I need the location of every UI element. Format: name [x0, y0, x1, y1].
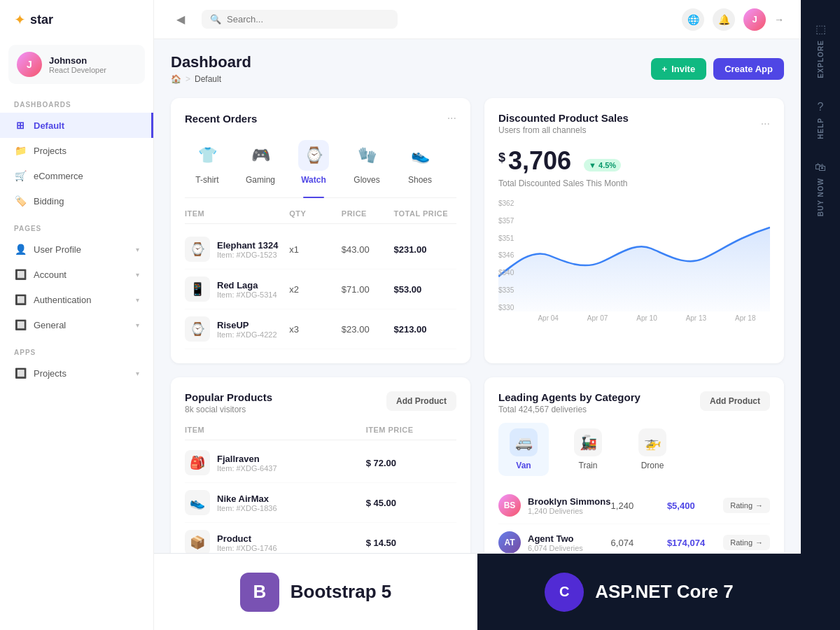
aspnet-logo: C — [545, 573, 584, 612]
cat-tab-watch[interactable]: ⌚ Watch — [291, 136, 336, 189]
aspnet-overlay: C ASP.NET Core 7 — [477, 554, 801, 630]
breadcrumb: 🏠 > Default — [171, 74, 251, 84]
cat-tab-shoes[interactable]: 👟 Shoes — [398, 136, 442, 189]
logo-text: star — [30, 13, 53, 27]
explore-sidebar-item[interactable]: ⬚ Explore — [801, 11, 840, 90]
cat-tab-gaming[interactable]: 🎮 Gaming — [238, 136, 283, 189]
chevron-down-icon: ▾ — [136, 271, 139, 279]
item-icon: ⌚ — [185, 237, 210, 262]
sidebar-item-account[interactable]: 🔲 Account ▾ — [0, 262, 153, 287]
rating-button[interactable]: Rating → — [723, 498, 770, 513]
prod-icon: 🎒 — [185, 450, 210, 475]
create-app-button[interactable]: Create App — [713, 58, 784, 80]
rating-button[interactable]: Rating → — [723, 535, 770, 550]
add-product-button[interactable]: Add Product — [386, 391, 456, 411]
agent-avatar: BS — [498, 494, 521, 517]
leading-agents-subtitle: Total 424,567 deliveries — [498, 405, 640, 414]
chevron-down-icon: ▾ — [136, 370, 139, 377]
topbar-arrow-icon[interactable]: → — [774, 14, 784, 25]
card-menu-icon[interactable]: ··· — [447, 112, 456, 125]
cat-label: Shoes — [408, 175, 432, 185]
search-icon: 🔍 — [210, 14, 221, 24]
discounted-sales-subtitle: Users from all channels — [498, 125, 629, 135]
orders-table: ITEM QTY PRICE TOTAL PRICE ⌚ Elephant 13… — [185, 209, 456, 349]
bell-icon[interactable]: 🔔 — [713, 8, 735, 31]
item-price: $23.00 — [342, 324, 394, 335]
apps-projects-icon: 🔲 — [14, 367, 27, 379]
agent-tab-van[interactable]: 🚐 Van — [498, 423, 549, 476]
item-qty: x3 — [289, 324, 342, 335]
item-id: Item: #XDG-4222 — [217, 330, 277, 339]
prod-table-header: ITEM ITEM PRICE — [185, 426, 456, 440]
avatar: J — [17, 52, 42, 77]
recent-orders-card: Recent Orders ··· 👕 T-shirt 🎮 Gaming ⌚ — [171, 98, 470, 363]
sidebar-item-projects[interactable]: 📁 Projects — [0, 138, 153, 163]
dashboards-section-label: DASHBOARDS — [0, 90, 153, 113]
discounted-sales-title: Discounted Product Sales — [498, 112, 629, 124]
pages-section-label: PAGES — [0, 214, 153, 237]
shoes-icon: 👟 — [405, 140, 435, 171]
cat-tab-tshirt[interactable]: 👕 T-shirt — [185, 136, 230, 189]
search-input[interactable] — [227, 14, 389, 24]
gaming-icon: 🎮 — [245, 140, 276, 171]
chevron-down-icon: ▾ — [136, 246, 139, 253]
user-profile-card[interactable]: J Johnson React Developer — [8, 45, 145, 84]
prod-price: $ 72.00 — [366, 458, 456, 468]
prod-row: 👟 Nike AirMax Item: #XDG-1836 $ 45.00 — [185, 483, 456, 523]
grid-icon: ⊞ — [14, 119, 27, 132]
item-icon: 📱 — [185, 276, 210, 302]
sidebar-item-apps-projects[interactable]: 🔲 Projects ▾ — [0, 360, 153, 386]
explore-label: Explore — [817, 40, 825, 78]
buy-now-sidebar-item[interactable]: 🛍 Buy now — [801, 150, 840, 227]
sidebar-item-default[interactable]: ⊞ Default — [0, 113, 153, 138]
collapse-sidebar-button[interactable]: ◀ — [171, 10, 190, 29]
agent-earnings: $5,400 — [667, 500, 723, 511]
bottom-row: Popular Products 8k social visitors Add … — [171, 377, 784, 553]
bootstrap-overlay: B Bootstrap 5 — [154, 554, 477, 630]
card-menu-icon[interactable]: ··· — [761, 118, 770, 130]
invite-button[interactable]: + Invite — [651, 58, 707, 80]
user-icon: 👤 — [14, 243, 27, 255]
help-sidebar-item[interactable]: ? Help — [801, 90, 840, 150]
arrow-icon: → — [755, 538, 763, 547]
cat-tab-gloves[interactable]: 🧤 Gloves — [344, 136, 389, 189]
general-icon: 🔲 — [14, 318, 27, 331]
chevron-down-icon: ▾ — [136, 296, 139, 304]
buy-now-label: Buy now — [817, 178, 825, 216]
popular-products-title: Popular Products — [185, 391, 272, 403]
sidebar-item-label: Bidding — [34, 196, 64, 206]
prod-icon: 👟 — [185, 490, 210, 515]
cat-label: T-shirt — [195, 175, 218, 185]
item-qty: x2 — [289, 284, 342, 295]
add-product-agents-button[interactable]: Add Product — [700, 391, 770, 411]
sidebar-item-ecommerce[interactable]: 🛒 eCommerce — [0, 163, 153, 188]
sales-chart: $362 $357 $351 $346 $340 $335 $330 — [498, 200, 770, 312]
item-id: Item: #XDG-1523 — [217, 251, 278, 259]
gloves-icon: 🧤 — [351, 140, 382, 171]
item-price: $71.00 — [342, 284, 394, 295]
sidebar-item-bidding[interactable]: 🏷️ Bidding — [0, 188, 153, 214]
sidebar-item-user-profile[interactable]: 👤 User Profile ▾ — [0, 237, 153, 262]
prod-row: 📦 Product Item: #XDG-1746 $ 14.50 — [185, 523, 456, 553]
drone-icon: 🚁 — [638, 428, 666, 456]
item-qty: x1 — [289, 244, 342, 255]
topbar-avatar[interactable]: J — [743, 8, 766, 31]
sidebar-item-label: Authentication — [34, 295, 91, 305]
overlay-row: B Bootstrap 5 C ASP.NET Core 7 — [154, 553, 801, 630]
agent-tab-drone[interactable]: 🚁 Drone — [627, 423, 678, 476]
help-label: Help — [817, 118, 825, 139]
discounted-sales-card: Discounted Product Sales Users from all … — [484, 98, 784, 363]
home-icon: 🏠 — [171, 74, 181, 84]
prod-price: $ 45.00 — [366, 498, 456, 508]
agent-count: 6,074 — [611, 538, 667, 548]
sidebar-item-general[interactable]: 🔲 General ▾ — [0, 312, 153, 337]
sales-value: $ 3,706 — [498, 146, 571, 176]
sidebar-item-authentication[interactable]: 🔲 Authentication ▾ — [0, 287, 153, 312]
category-tabs: 👕 T-shirt 🎮 Gaming ⌚ Watch 🧤 Gloves — [185, 136, 456, 198]
tshirt-icon: 👕 — [192, 140, 223, 171]
item-name: Red Laga — [217, 280, 277, 290]
globe-icon[interactable]: 🌐 — [682, 8, 704, 31]
right-sidebar: ⬚ Explore ? Help 🛍 Buy now — [801, 0, 840, 630]
agent-tab-train[interactable]: 🚂 Train — [563, 423, 613, 476]
apps-section-label: APPS — [0, 337, 153, 360]
